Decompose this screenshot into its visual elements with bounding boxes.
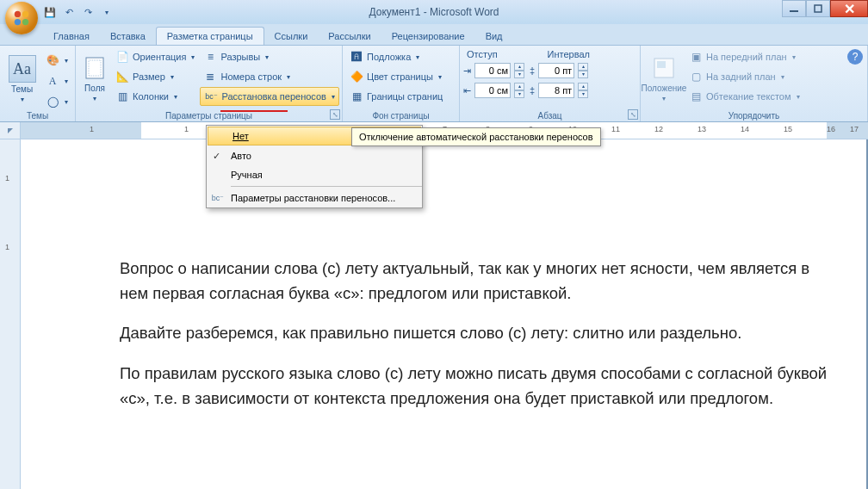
effects-icon: ◯ xyxy=(46,95,59,108)
colors-icon: 🎨 xyxy=(46,53,59,67)
orientation-button[interactable]: 📄Ориентация▾ xyxy=(112,47,198,66)
send-back-button[interactable]: ▢На задний план▾ xyxy=(685,67,803,86)
hyphenation-options-icon: bc⁻ xyxy=(210,194,226,202)
page-borders-button[interactable]: ▦Границы страниц xyxy=(346,87,446,106)
themes-label: Темы xyxy=(11,84,33,94)
svg-point-1 xyxy=(22,11,28,17)
indent-left-icon: ⇥ xyxy=(463,65,471,77)
watermark-icon: 🅰 xyxy=(350,50,363,64)
undo-icon[interactable]: ↶ xyxy=(62,5,76,19)
group-arrange: Положение ▾ ▣На передний план▾ ▢На задни… xyxy=(641,46,868,121)
paragraph-3[interactable]: По правилам русского языка слово (с) лет… xyxy=(120,362,834,411)
space-before-icon: ‡ xyxy=(530,65,535,76)
hyphenation-button[interactable]: bc⁻Расстановка переносов▾ xyxy=(200,87,338,106)
page-color-button[interactable]: 🔶Цвет страницы▾ xyxy=(346,67,446,86)
ruler-corner xyxy=(0,122,21,139)
line-numbers-icon: ≣ xyxy=(203,70,217,84)
document-page: Вопрос о написании слова (с) лету актуал… xyxy=(21,139,866,489)
group-page-setup: Поля ▾ 📄Ориентация▾ 📐Размер▾ ▥Колонки▾ ≡… xyxy=(76,46,343,121)
space-before-spinner[interactable]: ‡▴▾ xyxy=(530,61,588,80)
bring-front-icon: ▣ xyxy=(689,50,703,64)
indent-right-icon: ⇤ xyxy=(463,85,471,96)
highlight-underline xyxy=(220,110,288,112)
indent-right-spinner[interactable]: ⇤▴▾ xyxy=(463,81,524,100)
tab-references[interactable]: Ссылки xyxy=(264,28,319,45)
bring-front-button[interactable]: ▣На передний план▾ xyxy=(685,47,803,66)
position-label: Положение xyxy=(642,84,687,93)
paragraph-2[interactable]: Давайте разберемся, как правильно пишетс… xyxy=(120,321,834,346)
dropdown-separator xyxy=(231,186,422,187)
position-icon xyxy=(650,54,678,82)
window-controls: ✕ xyxy=(782,0,868,17)
space-after-spinner[interactable]: ‡▴▾ xyxy=(530,81,588,100)
space-before-input[interactable] xyxy=(538,63,574,78)
group-paragraph: Отступ Интервал ⇥▴▾ ⇤▴▾ ‡▴▾ ‡▴▾ Абзац ⤡ xyxy=(460,46,641,121)
minimize-button[interactable] xyxy=(782,0,806,17)
margins-button[interactable]: Поля ▾ xyxy=(79,47,110,109)
line-numbers-button[interactable]: ≣Номера строк▾ xyxy=(200,67,338,86)
vertical-ruler[interactable]: 1 1 xyxy=(0,139,21,489)
quick-access-toolbar: 💾 ↶ ↷ ▾ xyxy=(43,0,114,24)
page-borders-icon: ▦ xyxy=(350,90,363,103)
columns-button[interactable]: ▥Колонки▾ xyxy=(112,87,198,106)
window-title: Документ1 - Microsoft Word xyxy=(369,6,499,18)
save-icon[interactable]: 💾 xyxy=(43,5,57,19)
office-button[interactable] xyxy=(5,2,38,34)
size-button[interactable]: 📐Размер▾ xyxy=(112,67,198,86)
space-after-icon: ‡ xyxy=(530,85,535,96)
watermark-button[interactable]: 🅰Подложка▾ xyxy=(346,47,446,66)
spacing-label: Интервал xyxy=(548,49,590,59)
indent-right-input[interactable] xyxy=(474,83,511,98)
dropdown-item-auto[interactable]: ✓Авто xyxy=(207,146,422,165)
group-paragraph-title: Абзац xyxy=(460,111,640,121)
svg-point-0 xyxy=(15,11,21,17)
tab-review[interactable]: Рецензирование xyxy=(381,28,475,45)
tab-page-layout[interactable]: Разметка страницы xyxy=(156,27,264,45)
page-color-icon: 🔶 xyxy=(350,70,363,84)
ribbon-tabs: Главная Вставка Разметка страницы Ссылки… xyxy=(43,24,868,45)
indent-label: Отступ xyxy=(467,49,498,59)
ribbon: ? Aa Темы ▾ 🎨▾ A▾ ◯▾ Темы Поля ▾ xyxy=(0,45,868,122)
indent-left-spinner[interactable]: ⇥▴▾ xyxy=(463,61,524,80)
dropdown-item-options[interactable]: bc⁻Параметры расстановки переносов... xyxy=(207,189,422,207)
theme-fonts-button[interactable]: A▾ xyxy=(42,71,71,90)
wrap-text-button[interactable]: ▤Обтекание текстом▾ xyxy=(685,87,803,106)
position-button[interactable]: Положение ▾ xyxy=(644,47,684,109)
tab-view[interactable]: Вид xyxy=(475,28,513,45)
paragraph-launcher[interactable]: ⤡ xyxy=(628,109,638,120)
group-arrange-title: Упорядочить xyxy=(641,111,867,121)
themes-button[interactable]: Aa Темы ▾ xyxy=(3,47,40,111)
group-themes: Aa Темы ▾ 🎨▾ A▾ ◯▾ Темы xyxy=(0,46,76,121)
theme-effects-button[interactable]: ◯▾ xyxy=(42,92,71,111)
tab-insert[interactable]: Вставка xyxy=(100,28,156,45)
size-icon: 📐 xyxy=(115,70,129,84)
dropdown-item-manual[interactable]: Ручная xyxy=(207,165,422,184)
wrap-text-icon: ▤ xyxy=(689,90,703,103)
paragraph-1[interactable]: Вопрос о написании слова (с) лету актуал… xyxy=(120,257,834,306)
group-page-bg: 🅰Подложка▾ 🔶Цвет страницы▾ ▦Границы стра… xyxy=(343,46,460,121)
indent-left-input[interactable] xyxy=(474,63,511,78)
qat-more-icon[interactable]: ▾ xyxy=(100,5,114,19)
columns-icon: ▥ xyxy=(115,90,129,103)
group-themes-title: Темы xyxy=(0,111,75,121)
margins-label: Поля xyxy=(84,84,105,93)
tab-home[interactable]: Главная xyxy=(43,28,100,45)
theme-colors-button[interactable]: 🎨▾ xyxy=(42,51,71,70)
fonts-icon: A xyxy=(46,74,59,88)
hyphenation-tooltip: Отключение автоматической расстановки пе… xyxy=(351,127,601,146)
close-button[interactable]: ✕ xyxy=(830,0,868,17)
breaks-button[interactable]: ≡Разрывы▾ xyxy=(200,47,338,66)
maximize-button[interactable] xyxy=(806,0,830,17)
redo-icon[interactable]: ↷ xyxy=(81,5,95,19)
svg-rect-5 xyxy=(815,5,822,12)
page-setup-launcher[interactable]: ⤡ xyxy=(330,109,340,120)
space-after-input[interactable] xyxy=(538,83,574,98)
svg-point-3 xyxy=(22,19,28,25)
hyphenation-icon: bc⁻ xyxy=(204,90,218,103)
check-icon: ✓ xyxy=(213,151,220,162)
group-page-bg-title: Фон страницы xyxy=(343,111,459,121)
svg-rect-9 xyxy=(657,61,666,68)
send-back-icon: ▢ xyxy=(689,70,703,84)
tab-mailings[interactable]: Рассылки xyxy=(318,28,381,45)
document-viewport[interactable]: Вопрос о написании слова (с) лету актуал… xyxy=(21,139,868,489)
